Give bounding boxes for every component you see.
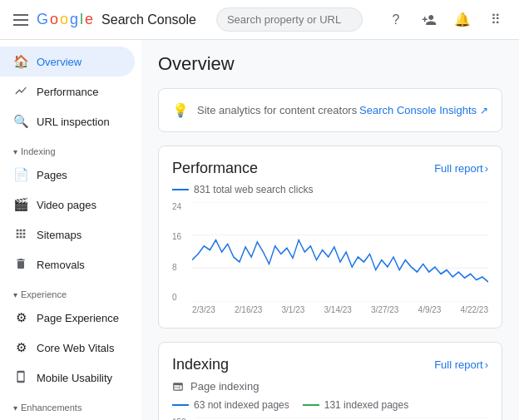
sidebar-item-sitemaps[interactable]: Sitemaps (0, 220, 135, 250)
help-icon[interactable]: ? (383, 7, 409, 33)
indexing-legend: 63 not indexed pages 131 indexed pages (172, 399, 488, 411)
perf-y-labels: 24 16 8 0 (172, 202, 192, 302)
page-indexing-label: Page indexing (190, 380, 259, 393)
video-icon: 🎬 (13, 197, 28, 212)
performance-card: Performance Full report › 831 total web … (158, 146, 502, 329)
sidebar: 🏠 Overview Performance 🔍 URL inspection … (0, 40, 141, 420)
insight-card: 💡 Site analytics for content creators Se… (158, 88, 502, 132)
legend-not-indexed: 63 not indexed pages (172, 399, 289, 411)
top-bar: Google Search Console ? 🔔 ⠿ (0, 0, 519, 40)
sidebar-item-removals[interactable]: Removals (0, 250, 135, 279)
sidebar-item-page-experience[interactable]: ⚙ Page Experience (0, 303, 135, 333)
indexing-card: Indexing Full report › Page indexing 63 … (158, 342, 502, 420)
page-indexing-label-row: Page indexing (172, 380, 488, 393)
page-experience-icon: ⚙ (13, 310, 28, 325)
indexed-line-icon (303, 404, 319, 406)
user-add-icon[interactable] (416, 7, 442, 33)
perf-x-labels: 2/3/23 2/16/23 3/1/23 3/14/23 3/27/23 4/… (192, 305, 488, 314)
sidebar-item-pages[interactable]: 📄 Pages (0, 160, 135, 190)
sidebar-label-sitemaps: Sitemaps (37, 229, 82, 241)
insight-left: 💡 Site analytics for content creators (172, 102, 357, 118)
enhancements-section-header: ▾ Enhancements (0, 393, 141, 416)
sidebar-item-overview[interactable]: 🏠 Overview (0, 47, 135, 77)
experience-section-header: ▾ Experience (0, 279, 141, 303)
search-bar (216, 7, 363, 32)
indexing-card-header: Indexing Full report › (172, 356, 488, 373)
sidebar-label-page-experience: Page Experience (37, 312, 119, 324)
sidebar-label-url-inspection: URL inspection (37, 116, 110, 128)
page-title: Overview (158, 53, 502, 75)
core-web-vitals-icon: ⚙ (13, 340, 28, 355)
performance-full-report-link[interactable]: Full report › (434, 162, 488, 175)
logo-area: Google Search Console (10, 11, 196, 29)
clicks-label: 831 total web search clicks (172, 184, 488, 195)
home-icon: 🏠 (13, 54, 28, 69)
sidebar-label-mobile-usability: Mobile Usability (37, 372, 112, 384)
sitemaps-icon (13, 227, 28, 243)
lightbulb-icon: 💡 (172, 102, 189, 118)
sidebar-label-removals: Removals (37, 259, 85, 271)
search-console-insights-link[interactable]: Search Console Insights ↗ (359, 104, 488, 116)
sidebar-item-sitelinks-searchbox[interactable]: ⚙ Sitelinks searchbox (0, 416, 135, 420)
insight-text: Site analytics for content creators (197, 104, 357, 116)
sidebar-label-video-pages: Video pages (37, 199, 96, 211)
notifications-icon[interactable]: 🔔 (449, 7, 476, 33)
search-icon: 🔍 (13, 114, 28, 129)
performance-title: Performance (172, 160, 258, 177)
menu-button[interactable] (10, 11, 32, 29)
top-bar-actions: ? 🔔 ⠿ (383, 7, 509, 33)
sidebar-label-performance: Performance (37, 86, 98, 98)
search-input[interactable] (216, 7, 363, 32)
main-layout: 🏠 Overview Performance 🔍 URL inspection … (0, 40, 519, 420)
performance-chart: 24 16 8 0 .perf-line{fill:none;stroke:#1… (172, 202, 488, 302)
sidebar-item-core-web-vitals[interactable]: ⚙ Core Web Vitals (0, 333, 135, 363)
sidebar-label-pages: Pages (37, 169, 67, 181)
mobile-icon (13, 370, 28, 386)
pages-icon: 📄 (13, 167, 28, 182)
sidebar-item-video-pages[interactable]: 🎬 Video pages (0, 190, 135, 220)
apps-icon[interactable]: ⠿ (482, 7, 509, 33)
google-logo: Google (37, 11, 93, 28)
sidebar-label-core-web-vitals: Core Web Vitals (37, 342, 114, 354)
indexing-title: Indexing (172, 356, 229, 373)
indexing-section-header: ▾ Indexing (0, 136, 141, 160)
clicks-line-indicator (172, 189, 189, 190)
main-content: Overview 💡 Site analytics for content cr… (141, 40, 519, 420)
legend-indexed: 131 indexed pages (303, 399, 408, 411)
sidebar-item-performance[interactable]: Performance (0, 77, 135, 106)
performance-card-header: Performance Full report › (172, 160, 488, 177)
removals-icon (13, 257, 28, 273)
sidebar-item-url-inspection[interactable]: 🔍 URL inspection (0, 106, 135, 136)
not-indexed-line-icon (172, 404, 189, 406)
insight-banner: 💡 Site analytics for content creators Se… (172, 102, 488, 118)
perf-chart-area: .perf-line{fill:none;stroke:#1a73e8;stro… (192, 202, 488, 302)
performance-icon (13, 84, 28, 100)
app-title: Search Console (101, 12, 196, 27)
indexing-full-report-link[interactable]: Full report › (434, 358, 488, 371)
sidebar-label-overview: Overview (37, 56, 82, 68)
sidebar-item-mobile-usability[interactable]: Mobile Usability (0, 363, 135, 393)
